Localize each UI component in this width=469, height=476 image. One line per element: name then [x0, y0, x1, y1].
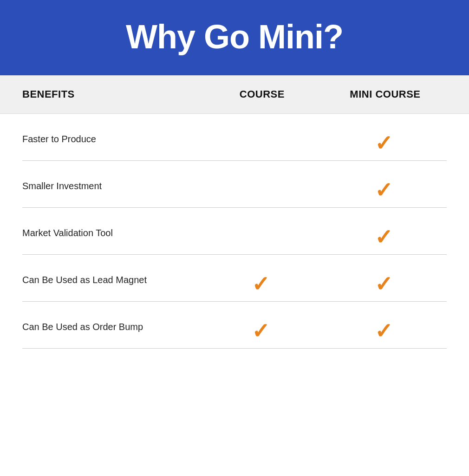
checkmark-icon: [375, 131, 395, 147]
divider-course: [201, 160, 324, 161]
page-title: Why Go Mini?: [19, 18, 450, 56]
divider-mini: [324, 301, 447, 302]
divider-course: [201, 301, 324, 302]
benefit-label-smaller-investment: Smaller Investment: [22, 181, 201, 192]
benefit-label-market-validation: Market Validation Tool: [22, 228, 201, 238]
divider-mini: [324, 348, 447, 349]
divider-mini: [324, 207, 447, 208]
mini-course-column-label: MINI COURSE: [350, 88, 420, 100]
divider-course: [201, 348, 324, 349]
course-cell-smaller-investment: [201, 178, 324, 194]
checkmark-icon: [375, 225, 395, 241]
course-cell-lead-magnet: [201, 271, 324, 288]
table-header: BENEFITS COURSE MINI COURSE: [0, 75, 469, 114]
mini-course-cell-faster-to-produce: [324, 131, 447, 147]
empty-icon: [252, 225, 272, 241]
course-cell-faster-to-produce: [201, 131, 324, 147]
course-cell-market-validation: [201, 225, 324, 241]
checkmark-icon: [252, 271, 272, 288]
mini-course-cell-order-bump: [324, 318, 447, 335]
divider-benefits: [22, 348, 201, 349]
divider-benefits: [22, 254, 201, 255]
checkmark-icon: [375, 271, 395, 288]
checkmark-icon: [375, 318, 395, 335]
divider-course: [201, 254, 324, 255]
benefit-label-order-bump: Can Be Used as Order Bump: [22, 322, 201, 332]
mini-course-cell-market-validation: [324, 225, 447, 241]
divider-benefits: [22, 301, 201, 302]
page-wrapper: Why Go Mini? BENEFITS COURSE MINI COURSE…: [0, 0, 469, 476]
benefit-label-lead-magnet: Can Be Used as Lead Magnet: [22, 275, 201, 285]
table-row: Smaller Investment: [22, 161, 447, 194]
empty-icon: [252, 178, 272, 194]
checkmark-icon: [375, 178, 395, 194]
col-course-header: COURSE: [201, 88, 324, 100]
col-benefits-header: BENEFITS: [22, 88, 201, 100]
mini-course-cell-lead-magnet: [324, 271, 447, 288]
checkmark-icon: [252, 318, 272, 335]
divider-mini: [324, 160, 447, 161]
header: Why Go Mini?: [0, 0, 469, 75]
mini-course-cell-smaller-investment: [324, 178, 447, 194]
table-row: Faster to Produce: [22, 114, 447, 147]
course-cell-order-bump: [201, 318, 324, 335]
course-column-label: COURSE: [240, 88, 285, 100]
divider-benefits: [22, 207, 201, 208]
table-row: Can Be Used as Lead Magnet: [22, 255, 447, 288]
benefit-label-faster-to-produce: Faster to Produce: [22, 134, 201, 145]
benefits-column-label: BENEFITS: [22, 88, 75, 100]
col-mini-course-header: MINI COURSE: [324, 88, 447, 100]
divider-mini: [324, 254, 447, 255]
divider-course: [201, 207, 324, 208]
table-body: Faster to Produce Smaller Investment: [0, 114, 469, 349]
empty-icon: [252, 131, 272, 147]
table-row: Market Validation Tool: [22, 208, 447, 241]
divider-benefits: [22, 160, 201, 161]
table-row: Can Be Used as Order Bump: [22, 302, 447, 335]
